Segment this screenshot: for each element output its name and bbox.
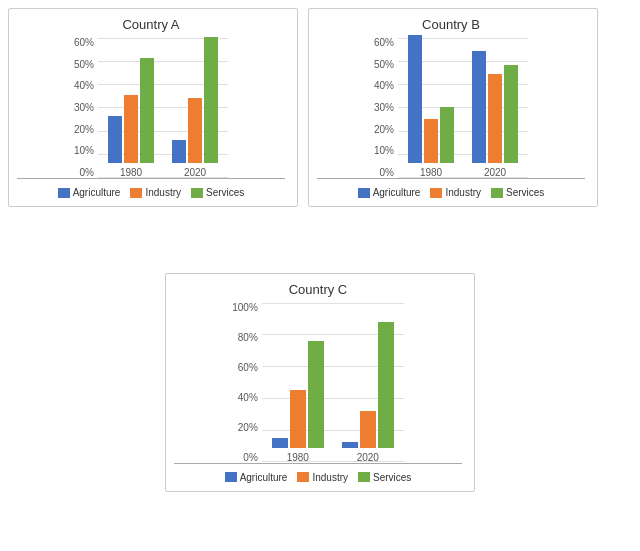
chart-country-b: Country B60%50%40%30%20%10%0%19802020Agr… — [308, 8, 598, 207]
y-axis-label: 80% — [238, 333, 258, 343]
y-axis-label: 50% — [374, 60, 394, 70]
bars — [342, 322, 394, 448]
bar-industry — [124, 95, 138, 163]
country-b-bar-groups: 19802020 — [398, 38, 528, 178]
bars — [172, 37, 218, 163]
y-axis-label: 30% — [74, 103, 94, 113]
bar-services — [504, 65, 518, 163]
y-axis-label: 40% — [374, 81, 394, 91]
bar-agriculture — [472, 51, 486, 163]
bar-group-2020: 2020 — [342, 322, 394, 463]
x-axis-label: 1980 — [420, 167, 442, 178]
x-axis-line — [174, 463, 462, 464]
bars — [272, 341, 324, 448]
bar-group-2020: 2020 — [472, 51, 518, 178]
legend-item-services: Services — [358, 472, 411, 483]
bars — [108, 58, 154, 163]
y-axis-label: 40% — [238, 393, 258, 403]
y-axis-label: 20% — [374, 125, 394, 135]
y-axis-label: 0% — [243, 453, 257, 463]
y-axis-label: 0% — [80, 168, 94, 178]
legend-label-agriculture: Agriculture — [373, 187, 421, 198]
country-b-grid-bars: 19802020 — [398, 38, 528, 178]
bar-agriculture — [172, 140, 186, 163]
legend-color-services — [358, 472, 370, 482]
legend-label-industry: Industry — [445, 187, 481, 198]
x-axis-label: 1980 — [287, 452, 309, 463]
legend-item-industry: Industry — [297, 472, 348, 483]
country-c-bar-groups: 19802020 — [262, 303, 404, 463]
x-axis-label: 1980 — [120, 167, 142, 178]
bar-group-1980: 1980 — [408, 35, 454, 178]
legend-color-industry — [430, 188, 442, 198]
x-axis-label: 2020 — [484, 167, 506, 178]
legend-label-services: Services — [373, 472, 411, 483]
legend-color-industry — [297, 472, 309, 482]
bar-agriculture — [342, 442, 358, 448]
y-axis-label: 10% — [74, 146, 94, 156]
chart-country-a: Country A60%50%40%30%20%10%0%19802020Agr… — [8, 8, 298, 207]
bar-services — [140, 58, 154, 163]
y-axis-label: 10% — [374, 146, 394, 156]
legend-label-agriculture: Agriculture — [240, 472, 288, 483]
y-axis-label: 0% — [380, 168, 394, 178]
x-axis-line — [317, 178, 585, 179]
y-axis-label: 60% — [238, 363, 258, 373]
country-a-body: 60%50%40%30%20%10%0%19802020 — [74, 38, 228, 178]
x-axis-label: 2020 — [184, 167, 206, 178]
bars — [472, 51, 518, 163]
bottom-chart-row: Country C100%80%60%40%20%0%19802020Agric… — [8, 273, 632, 492]
country-c-y-axis: 100%80%60%40%20%0% — [232, 303, 262, 463]
y-axis-label: 100% — [232, 303, 258, 313]
x-axis-line — [17, 178, 285, 179]
legend-label-services: Services — [206, 187, 244, 198]
legend-label-industry: Industry — [312, 472, 348, 483]
top-charts-row: Country A60%50%40%30%20%10%0%19802020Agr… — [8, 8, 632, 207]
country-b-title: Country B — [422, 17, 480, 32]
legend-item-agriculture: Agriculture — [358, 187, 421, 198]
bar-group-2020: 2020 — [172, 37, 218, 178]
bar-agriculture — [408, 35, 422, 163]
legend-color-agriculture — [358, 188, 370, 198]
country-c-body: 100%80%60%40%20%0%19802020 — [232, 303, 404, 463]
legend-label-services: Services — [506, 187, 544, 198]
y-axis-label: 20% — [238, 423, 258, 433]
legend-label-industry: Industry — [145, 187, 181, 198]
legend-item-services: Services — [491, 187, 544, 198]
legend-color-services — [191, 188, 203, 198]
y-axis-label: 50% — [74, 60, 94, 70]
bar-industry — [424, 119, 438, 163]
bar-agriculture — [272, 438, 288, 448]
legend-item-agriculture: Agriculture — [58, 187, 121, 198]
legend-color-services — [491, 188, 503, 198]
x-axis-label: 2020 — [357, 452, 379, 463]
bars — [408, 35, 454, 163]
country-b-legend: AgricultureIndustryServices — [358, 187, 545, 198]
legend-color-agriculture — [58, 188, 70, 198]
y-axis-label: 20% — [74, 125, 94, 135]
y-axis-label: 60% — [74, 38, 94, 48]
legend-color-agriculture — [225, 472, 237, 482]
legend-item-services: Services — [191, 187, 244, 198]
country-a-legend: AgricultureIndustryServices — [58, 187, 245, 198]
bar-industry — [188, 98, 202, 163]
country-c-legend: AgricultureIndustryServices — [225, 472, 412, 483]
bar-services — [308, 341, 324, 448]
country-c-title: Country C — [289, 282, 348, 297]
y-axis-label: 60% — [374, 38, 394, 48]
country-a-title: Country A — [122, 17, 179, 32]
y-axis-label: 30% — [374, 103, 394, 113]
bar-services — [204, 37, 218, 163]
legend-item-agriculture: Agriculture — [225, 472, 288, 483]
country-a-bar-groups: 19802020 — [98, 38, 228, 178]
legend-item-industry: Industry — [130, 187, 181, 198]
bar-group-1980: 1980 — [108, 58, 154, 178]
legend-label-agriculture: Agriculture — [73, 187, 121, 198]
country-a-y-axis: 60%50%40%30%20%10%0% — [74, 38, 98, 178]
country-b-body: 60%50%40%30%20%10%0%19802020 — [374, 38, 528, 178]
bar-industry — [360, 411, 376, 448]
bar-services — [378, 322, 394, 448]
bar-group-1980: 1980 — [272, 341, 324, 463]
y-axis-label: 40% — [74, 81, 94, 91]
bar-services — [440, 107, 454, 163]
